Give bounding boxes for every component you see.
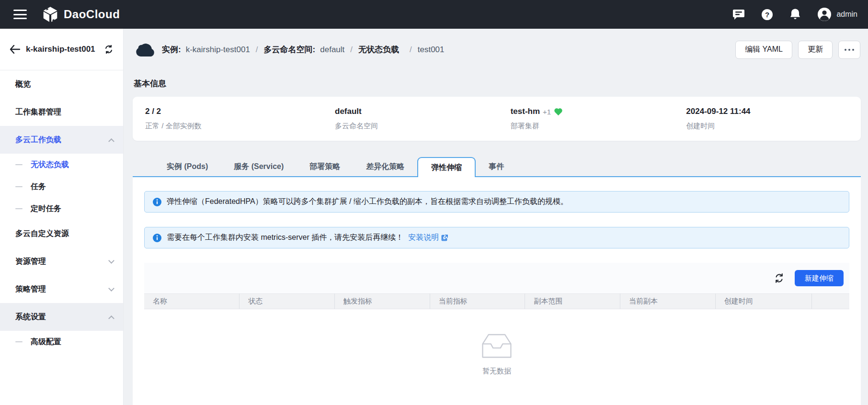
sidebar-group-policy-management[interactable]: 策略管理 (0, 275, 123, 303)
chevron-down-icon (108, 285, 114, 292)
sidebar-header: k-kairship-test001 (0, 29, 123, 70)
breadcrumb-label: 多云命名空间: (264, 44, 316, 55)
empty-text: 暂无数据 (482, 367, 511, 376)
menu-toggle-icon[interactable] (13, 10, 27, 19)
tab-events[interactable]: 事件 (476, 157, 517, 176)
breadcrumb-separator: / (350, 45, 353, 55)
svg-text:?: ? (765, 11, 769, 19)
heart-icon (554, 108, 563, 116)
header-actions: 编辑 YAML 更新 (735, 41, 860, 59)
notifications-icon[interactable] (789, 8, 801, 21)
sidebar-item-label: 资源管理 (15, 257, 46, 267)
sidebar-item-cluster-management[interactable]: 工作集群管理 (0, 98, 123, 126)
edit-yaml-button[interactable]: 编辑 YAML (735, 41, 792, 59)
chevron-down-icon (108, 258, 114, 264)
alert-text: 需要在每个工作集群内安装 metrics-server 插件，请先安装后再继续！ (167, 233, 403, 243)
app-root: DaoCloud ? admin k-kairs (0, 0, 868, 405)
basic-info-title: 基本信息 (134, 78, 868, 89)
breadcrumb-link[interactable]: k-kairship-test001 (186, 45, 250, 55)
column-status[interactable]: 状态 (240, 294, 335, 309)
column-created-at[interactable]: 创建时间 (715, 294, 812, 309)
stat-value: default (335, 107, 504, 116)
stat-created-at: 2024-09-12 11:44 创建时间 (679, 107, 855, 131)
stat-instances: 2 / 2 正常 / 全部实例数 (138, 107, 328, 131)
tab-diff-policy[interactable]: 差异化策略 (353, 157, 417, 176)
main-content: 实例: k-kairship-test001 / 多云命名空间: default… (124, 29, 868, 405)
table-header-row: 名称 状态 触发指标 当前指标 副本范围 当前副本 创建时间 (144, 294, 849, 309)
chevron-up-icon (108, 138, 114, 144)
sidebar-group-multicloud-workloads[interactable]: 多云工作负载 (0, 126, 123, 154)
column-current-metric[interactable]: 当前指标 (430, 294, 525, 309)
dash-icon (15, 186, 23, 187)
install-guide-link[interactable]: 安装说明 (408, 233, 448, 243)
cluster-count-badge[interactable]: +1 (543, 108, 551, 116)
stat-clusters: test-hm +1 部署集群 (504, 107, 680, 131)
column-trigger-metric[interactable]: 触发指标 (334, 294, 430, 309)
tab-bar: 实例 (Pods) 服务 (Service) 部署策略 差异化策略 弹性伸缩 事… (133, 157, 861, 177)
stat-label: 创建时间 (686, 122, 855, 131)
breadcrumb-label: 实例: (162, 44, 181, 55)
sidebar-item-label: 多云工作负载 (15, 135, 61, 145)
tab-service[interactable]: 服务 (Service) (221, 157, 297, 176)
empty-state: 暂无数据 (144, 309, 849, 376)
sidebar-menu: 概览 工作集群管理 多云工作负载 无状态负载 任务 定时任务 多云自定义资源 资… (0, 70, 123, 353)
more-actions-button[interactable] (838, 41, 860, 59)
column-replica-range[interactable]: 副本范围 (525, 294, 620, 309)
breadcrumb: 实例: k-kairship-test001 / 多云命名空间: default… (162, 44, 445, 55)
tab-pods[interactable]: 实例 (Pods) (154, 157, 221, 176)
stat-label: 部署集群 (511, 122, 680, 131)
breadcrumb-current: test001 (418, 45, 445, 55)
back-icon[interactable] (10, 45, 20, 54)
messages-icon[interactable] (732, 9, 745, 20)
dash-icon (15, 164, 23, 165)
column-current-replicas[interactable]: 当前副本 (620, 294, 716, 309)
breadcrumb-link[interactable]: 无状态负载 (358, 44, 399, 55)
brand-name: DaoCloud (64, 8, 120, 21)
update-button[interactable]: 更新 (798, 41, 833, 59)
stat-value: test-hm (511, 107, 540, 116)
link-text: 安装说明 (408, 233, 439, 243)
page-header: 实例: k-kairship-test001 / 多云命名空间: default… (124, 29, 868, 70)
sidebar-group-resource-management[interactable]: 资源管理 (0, 248, 123, 275)
sidebar-item-label: 高级配置 (31, 337, 61, 347)
dash-icon (15, 341, 23, 342)
dash-icon (15, 208, 23, 209)
refresh-icon[interactable] (774, 273, 784, 283)
brand: DaoCloud (42, 6, 120, 22)
sidebar-item-label: 策略管理 (15, 284, 46, 294)
sidebar-item-jobs[interactable]: 任务 (0, 176, 123, 198)
sidebar-item-custom-resources[interactable]: 多云自定义资源 (0, 220, 123, 248)
sidebar-item-label: 工作集群管理 (15, 107, 61, 117)
sidebar-item-cronjobs[interactable]: 定时任务 (0, 198, 123, 220)
avatar-icon (817, 7, 832, 22)
sidebar-item-label: 任务 (31, 182, 46, 192)
sidebar-group-system-settings[interactable]: 系统设置 (0, 303, 123, 331)
info-circle-icon (153, 198, 161, 206)
sidebar-item-stateless-workloads[interactable]: 无状态负载 (0, 154, 123, 176)
stat-label: 多云命名空间 (335, 122, 504, 131)
create-hpa-button[interactable]: 新建伸缩 (795, 270, 844, 286)
user-name: admin (836, 10, 857, 19)
sidebar-item-advanced-config[interactable]: 高级配置 (0, 331, 123, 353)
breadcrumb-link[interactable]: default (320, 45, 344, 55)
topbar-actions: ? admin (732, 7, 857, 22)
user-chip[interactable]: admin (817, 7, 857, 22)
topbar: DaoCloud ? admin (0, 0, 868, 29)
column-name[interactable]: 名称 (144, 294, 240, 309)
cloud-icon (134, 42, 155, 57)
tab-panel-hpa: 弹性伸缩（FederatedHPA）策略可以跨多个集群扩展 / 缩小工作负载的副… (133, 177, 861, 405)
tab-hpa[interactable]: 弹性伸缩 (417, 157, 476, 177)
cluster-title: k-kairship-test001 (26, 45, 100, 54)
column-actions (812, 294, 849, 309)
sidebar-item-label: 概览 (15, 79, 31, 90)
metrics-server-alert: 需要在每个工作集群内安装 metrics-server 插件，请先安装后再继续！… (144, 227, 849, 248)
sidebar-item-label: 定时任务 (31, 204, 61, 214)
sidebar-item-overview[interactable]: 概览 (0, 70, 123, 98)
info-circle-icon (153, 234, 161, 242)
sidebar-item-label: 多云自定义资源 (15, 229, 69, 239)
sidebar: k-kairship-test001 概览 工作集群管理 多云工作负载 无状态负… (0, 29, 124, 405)
tab-deploy-policy[interactable]: 部署策略 (297, 157, 353, 176)
help-icon[interactable]: ? (761, 9, 773, 21)
stat-label: 正常 / 全部实例数 (145, 122, 328, 131)
switch-cluster-icon[interactable] (104, 45, 114, 54)
